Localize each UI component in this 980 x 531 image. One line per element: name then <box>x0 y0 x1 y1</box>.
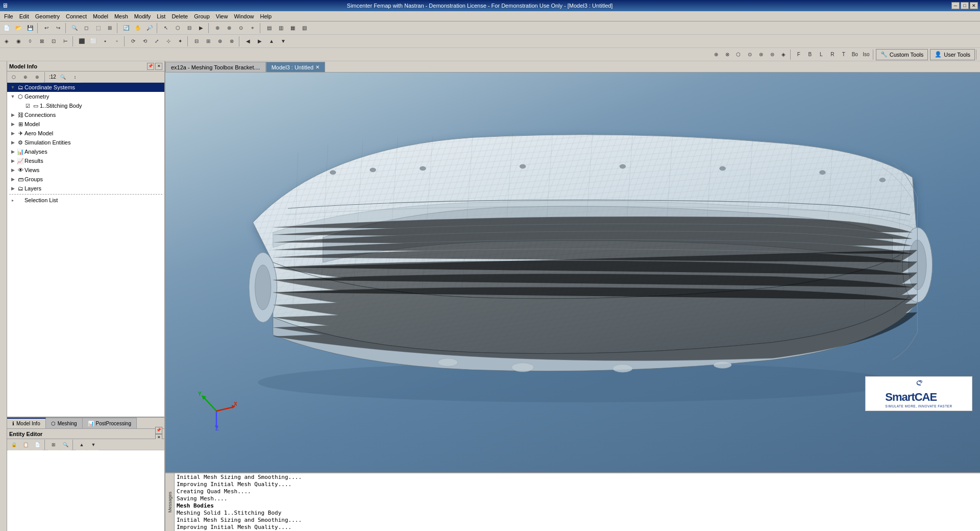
tb-snap2[interactable]: ⊗ <box>722 49 733 60</box>
ee-tb-new[interactable]: 📄 <box>32 439 43 450</box>
tb-view2[interactable]: ◻ <box>81 22 92 34</box>
tb-new[interactable]: 📄 <box>1 22 12 34</box>
menu-window[interactable]: Window <box>231 12 257 20</box>
tb2-22[interactable]: ▲ <box>266 36 277 47</box>
tb-view-back[interactable]: B <box>804 49 816 60</box>
menu-model[interactable]: Model <box>90 12 111 20</box>
tb-pan[interactable]: ✋ <box>132 22 143 34</box>
tb-view-front[interactable]: F <box>793 49 804 60</box>
tb-coord3[interactable]: ⊙ <box>235 22 247 34</box>
custom-tools-button[interactable]: 🔧 Custom Tools <box>876 49 928 60</box>
mi-tb-2[interactable]: ⊕ <box>20 71 31 83</box>
tb-disp1[interactable]: ▤ <box>263 22 275 34</box>
tb2-20[interactable]: ◀ <box>242 36 254 47</box>
tb-coord1[interactable]: ⊕ <box>212 22 223 34</box>
tree-item-groups[interactable]: 🗃 Groups <box>7 175 164 184</box>
menu-help[interactable]: Help <box>257 12 275 20</box>
tab-model-info[interactable]: ℹ Model Info <box>7 418 46 428</box>
tb-redo[interactable]: ↪ <box>53 22 64 34</box>
tb-snap7[interactable]: ◈ <box>778 49 789 60</box>
tree-item-geometry[interactable]: ⬡ Geometry <box>7 92 164 101</box>
tb-coord2[interactable]: ⊗ <box>224 22 235 34</box>
tree-item-stitching-body[interactable]: ☑ ▭ 1..Stitching Body <box>7 101 164 110</box>
tb2-16[interactable]: ⊟ <box>191 36 202 47</box>
tb2-4[interactable]: ⊠ <box>36 36 47 47</box>
tb2-14[interactable]: ⊹ <box>163 36 174 47</box>
tree-item-analyses[interactable]: 📊 Analyses <box>7 147 164 156</box>
tree-item-selection-list[interactable]: Selection List <box>7 196 164 205</box>
tb2-2[interactable]: ◉ <box>13 36 24 47</box>
tb2-19[interactable]: ⊗ <box>226 36 237 47</box>
tb-view4[interactable]: ⊞ <box>104 22 115 34</box>
tree-item-connections[interactable]: ⛓ Connections <box>7 110 164 119</box>
tb2-7[interactable]: ⬛ <box>76 36 87 47</box>
tb2-12[interactable]: ⟲ <box>139 36 151 47</box>
tb-view-right[interactable]: R <box>827 49 838 60</box>
tb-view-iso[interactable]: Iso <box>861 49 872 60</box>
tb-view-top[interactable]: T <box>838 49 849 60</box>
tree-item-simulation-entities[interactable]: ⚙ Simulation Entities <box>7 138 164 147</box>
mi-tb-filter[interactable]: 🔍 <box>58 71 69 83</box>
panel-close-button[interactable]: ✕ <box>155 63 162 70</box>
panel-pin-button[interactable]: 📌 <box>147 63 154 70</box>
tree-item-coordinate-systems[interactable]: 🗂 Coordinate Systems <box>7 83 164 92</box>
maximize-button[interactable]: □ <box>961 2 969 9</box>
tb2-17[interactable]: ⊞ <box>203 36 214 47</box>
tb2-9[interactable]: ▪ <box>100 36 111 47</box>
menu-group[interactable]: Group <box>191 12 213 20</box>
tb-view-bottom[interactable]: Bo <box>849 49 861 60</box>
viewport-3d[interactable]: Z Y X <box>165 73 980 472</box>
tb2-8[interactable]: ⬜ <box>88 36 99 47</box>
menu-geometry[interactable]: Geometry <box>32 12 63 20</box>
tb-model[interactable]: ⬡ <box>172 22 183 34</box>
tb-snap1[interactable]: ⊕ <box>710 49 722 60</box>
tb-view3[interactable]: ⬚ <box>92 22 104 34</box>
tb2-10[interactable]: ▫ <box>111 36 122 47</box>
tb-undo[interactable]: ↩ <box>41 22 52 34</box>
tab-ex12a[interactable]: ex12a - Meshing Toolbox Bracket.... <box>165 62 266 72</box>
minimize-button[interactable]: ─ <box>951 2 960 9</box>
menu-file[interactable]: File <box>1 12 16 20</box>
tab-model3[interactable]: Model3 : Untitled ✕ <box>266 62 326 72</box>
tb-save[interactable]: 💾 <box>24 22 36 34</box>
tb-view-left[interactable]: L <box>816 49 827 60</box>
tree-item-model[interactable]: ⊞ Model <box>7 119 164 129</box>
ee-tb-copy[interactable]: 📋 <box>20 439 31 450</box>
mi-tb-sort[interactable]: ↕ <box>69 71 81 83</box>
tb-coord4[interactable]: ⌖ <box>247 22 258 34</box>
user-tools-button[interactable]: 👤 User Tools <box>930 49 975 60</box>
tb-snap6[interactable]: ⊜ <box>767 49 778 60</box>
tb2-5[interactable]: ⊡ <box>48 36 59 47</box>
tb-rotate[interactable]: 🔄 <box>120 22 132 34</box>
tb-disp4[interactable]: ▧ <box>299 22 310 34</box>
menu-edit[interactable]: Edit <box>16 12 32 20</box>
tb-zoom[interactable]: 🔎 <box>144 22 155 34</box>
tb2-18[interactable]: ⊕ <box>214 36 226 47</box>
ee-tb-grid[interactable]: ⊞ <box>48 439 59 450</box>
tb-disp3[interactable]: ▦ <box>287 22 298 34</box>
mi-tb-1[interactable]: ⬡ <box>8 71 19 83</box>
tab-model3-close[interactable]: ✕ <box>315 64 320 70</box>
menu-delete[interactable]: Delete <box>168 12 191 20</box>
messages-scroll-area[interactable]: 16705 Element(s) Selected....Mesh Bodies… <box>175 473 980 531</box>
ee-pin-button[interactable]: 📌 <box>155 427 162 434</box>
tb2-23[interactable]: ▼ <box>278 36 289 47</box>
tb-view1[interactable]: 🔍 <box>69 22 80 34</box>
tb-snap4[interactable]: ⊙ <box>744 49 755 60</box>
menu-connect[interactable]: Connect <box>63 12 90 20</box>
menu-mesh[interactable]: Mesh <box>111 12 131 20</box>
tb2-15[interactable]: ✦ <box>175 36 186 47</box>
ee-tb-up[interactable]: ▲ <box>76 439 87 450</box>
close-button[interactable]: ✕ <box>970 2 978 9</box>
tb-analysis[interactable]: ▶ <box>195 22 207 34</box>
tb2-13[interactable]: ⤢ <box>151 36 162 47</box>
tb2-1[interactable]: ◈ <box>1 36 12 47</box>
tb2-11[interactable]: ⟳ <box>128 36 139 47</box>
tb-snap5[interactable]: ⊛ <box>755 49 767 60</box>
tree-item-results[interactable]: 📈 Results <box>7 156 164 165</box>
tree-item-views[interactable]: 👁 Views <box>7 165 164 175</box>
tab-postprocessing[interactable]: 📊 PostProcessing <box>83 418 137 428</box>
mi-tb-3[interactable]: ⊗ <box>32 71 43 83</box>
tb2-6[interactable]: ⊢ <box>60 36 71 47</box>
tb2-21[interactable]: ▶ <box>254 36 265 47</box>
